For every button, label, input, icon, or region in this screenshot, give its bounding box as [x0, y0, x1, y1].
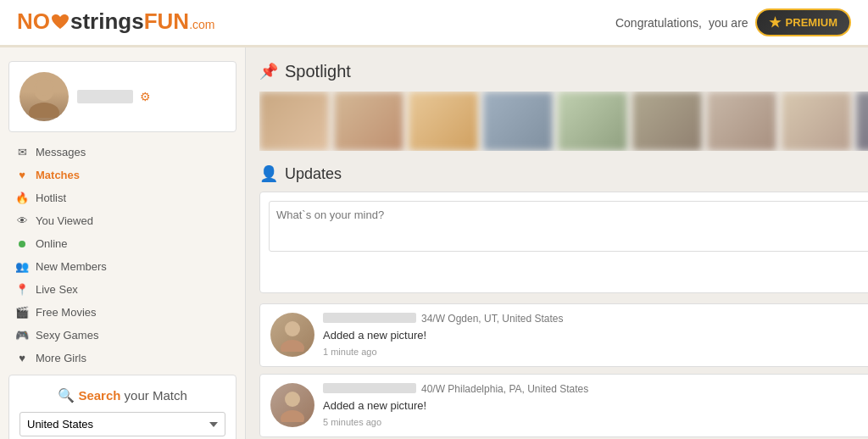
matches-icon: ♥ — [15, 169, 29, 181]
more-girls-icon: ♥ — [15, 352, 29, 364]
feed-item: 40/W Philadelphia, PA, United States Add… — [259, 374, 868, 437]
sidebar-item-label: Live Sex — [36, 283, 78, 296]
sidebar-item-label: You Viewed — [36, 214, 93, 227]
premium-badge[interactable]: ★ PREMIUM — [755, 8, 851, 36]
your-match-label: your Match — [120, 388, 186, 403]
feed-avatar[interactable] — [270, 313, 314, 357]
search-match-section: 🔍 Search your Match United States United… — [8, 375, 236, 439]
star-icon: ★ — [769, 14, 781, 31]
spotlight-icon: 📌 — [259, 62, 278, 81]
updates-icon: 👤 — [259, 164, 278, 183]
country-select-wrapper: United States United Kingdom Canada Aust… — [19, 412, 225, 439]
sidebar-item-messages[interactable]: ✉ Messages — [8, 141, 236, 164]
site-logo[interactable]: NO stringsFUN.com — [17, 8, 214, 36]
spotlight-header: 📌 Spotlight ← → — [259, 59, 868, 83]
logo-strings: strings — [70, 8, 144, 34]
settings-icon[interactable]: ⚙ — [140, 90, 151, 103]
post-textarea[interactable] — [269, 201, 868, 252]
spotlight-thumb[interactable] — [632, 92, 702, 151]
country-select[interactable]: United States United Kingdom Canada Aust… — [19, 412, 225, 436]
feed-footer-1: 1 minute ago ↩ Reply — [323, 345, 868, 358]
logo-heart-icon — [51, 10, 70, 36]
profile-section: Princess ⚙ — [8, 61, 236, 132]
updates-title-text: Updates — [285, 165, 342, 183]
feed-time-1: 1 minute ago — [323, 347, 377, 357]
online-icon — [15, 237, 29, 250]
spotlight-title: 📌 Spotlight — [259, 62, 351, 81]
spotlight-thumb[interactable] — [334, 92, 403, 151]
content-area: 📌 Spotlight ← → — [246, 47, 868, 439]
header-right: Congratulations, you are ★ PREMIUM — [615, 8, 851, 36]
sidebar-item-label: More Girls — [36, 352, 86, 364]
spotlight-strip — [259, 92, 868, 151]
spotlight-thumb[interactable] — [707, 92, 776, 151]
sidebar-item-new-members[interactable]: 👥 New Members — [8, 255, 236, 278]
search-match-title: 🔍 Search your Match — [19, 387, 225, 403]
feed-age-location-1: 34/W Ogden, UT, United States — [421, 313, 563, 325]
svg-point-6 — [281, 410, 304, 422]
avatar[interactable] — [19, 72, 69, 121]
feed-footer-2: 5 minutes ago ↩ Reply — [323, 415, 868, 428]
nav-menu: ✉ Messages ♥ Matches 🔥 Hotlist 👁 You Vie… — [8, 141, 236, 370]
sidebar-item-free-movies[interactable]: 🎬 Free Movies — [8, 301, 236, 324]
sidebar-item-sexy-games[interactable]: 🎮 Sexy Games — [8, 324, 236, 347]
feed-avatar-face — [270, 383, 314, 427]
feed-header-2: 40/W Philadelphia, PA, United States — [323, 383, 868, 397]
feed-age-location-2: 40/W Philadelphia, PA, United States — [421, 383, 588, 395]
logo-com: .com — [189, 18, 214, 31]
hotlist-icon: 🔥 — [15, 192, 29, 204]
you-are-text: you are — [709, 16, 748, 30]
svg-point-2 — [36, 79, 53, 96]
avatar-area: Princess ⚙ — [19, 72, 225, 121]
sidebar-item-label: Hotlist — [36, 192, 66, 204]
profile-name[interactable]: Princess — [77, 90, 133, 103]
sidebar-item-more-girls[interactable]: ♥ More Girls — [8, 347, 236, 370]
logo-no: NO — [17, 8, 50, 34]
updates-title: 👤 Updates — [259, 164, 868, 183]
sidebar-item-label: New Members — [36, 260, 107, 273]
search-label: Search — [78, 388, 120, 403]
main-layout: Princess ⚙ ✉ Messages ♥ Matches 🔥 Hotlis… — [0, 47, 868, 439]
profile-info: Princess ⚙ — [77, 90, 151, 103]
spotlight-thumb[interactable] — [558, 92, 627, 151]
new-members-icon: 👥 — [15, 260, 29, 273]
feed-action-1: Added a new picture! — [323, 329, 868, 342]
you-viewed-icon: 👁 — [15, 214, 29, 227]
sidebar-item-matches[interactable]: ♥ Matches — [8, 164, 236, 186]
feed-content-2: 40/W Philadelphia, PA, United States Add… — [323, 383, 868, 428]
spotlight-thumb[interactable] — [409, 92, 478, 151]
spotlight-thumb[interactable] — [259, 92, 329, 151]
sidebar-item-live-sex[interactable]: 📍 Live Sex — [8, 278, 236, 301]
spotlight-thumb[interactable] — [782, 92, 851, 151]
svg-point-4 — [281, 340, 304, 352]
feed-item: 34/W Ogden, UT, United States Added a ne… — [259, 303, 868, 367]
search-icon: 🔍 — [58, 388, 75, 403]
svg-point-1 — [29, 103, 59, 118]
updates-section: 👤 Updates POST — [259, 164, 868, 439]
sidebar-item-label: Free Movies — [36, 306, 97, 319]
feed-header-1: 34/W Ogden, UT, United States — [323, 313, 868, 326]
feed-name-bar-1 — [323, 313, 416, 323]
sidebar-item-online[interactable]: Online — [8, 232, 236, 255]
feed-content-1: 34/W Ogden, UT, United States Added a ne… — [323, 313, 868, 358]
avatar-face — [19, 72, 69, 121]
premium-label: PREMIUM — [786, 16, 837, 29]
svg-point-3 — [285, 321, 300, 336]
sidebar-item-label: Matches — [36, 169, 80, 181]
feed-avatar[interactable] — [270, 383, 314, 427]
congrats-text: Congratulations, — [615, 16, 702, 30]
sidebar-item-hotlist[interactable]: 🔥 Hotlist — [8, 186, 236, 209]
spotlight-section: 📌 Spotlight ← → — [259, 59, 868, 151]
spotlight-thumb[interactable] — [856, 92, 868, 151]
sidebar-item-label: Sexy Games — [36, 329, 98, 342]
feed-time-2: 5 minutes ago — [323, 417, 381, 427]
sidebar-item-you-viewed[interactable]: 👁 You Viewed — [8, 209, 236, 232]
post-box: POST — [259, 192, 868, 293]
logo-fun: FUN — [144, 8, 189, 34]
spotlight-thumb[interactable] — [483, 92, 553, 151]
feed-name-bar-2 — [323, 383, 416, 393]
spotlight-title-text: Spotlight — [285, 62, 351, 81]
sidebar: Princess ⚙ ✉ Messages ♥ Matches 🔥 Hotlis… — [0, 47, 246, 439]
sexy-games-icon: 🎮 — [15, 329, 29, 342]
post-actions: POST — [269, 254, 868, 284]
